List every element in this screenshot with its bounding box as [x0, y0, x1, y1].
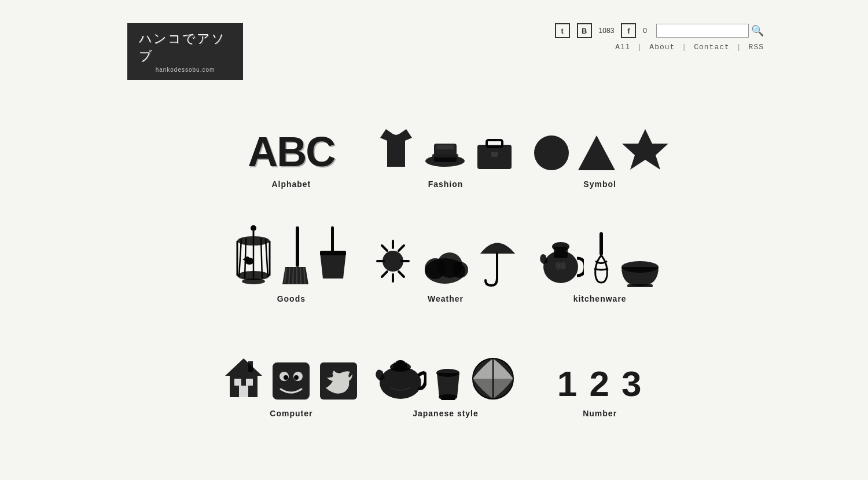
svg-point-25	[242, 279, 265, 284]
svg-line-31	[300, 267, 301, 284]
number-icons: 1 2 3	[557, 338, 643, 402]
svg-point-73	[436, 369, 459, 377]
triangle-icon	[577, 133, 616, 173]
umbrella-icon	[476, 229, 519, 287]
header-right: t B 1083 f 0 🔍 All | About | Contact | R…	[555, 23, 764, 52]
kettle-icon	[538, 232, 584, 287]
svg-rect-75	[441, 397, 455, 400]
kitchenware-label: kitchenware	[573, 294, 627, 303]
nav-bar: All | About | Contact | RSS	[615, 43, 764, 52]
number-icon: 1 2 3	[557, 366, 643, 402]
dustpan-icon	[317, 223, 349, 287]
svg-point-67	[294, 375, 299, 380]
nav-rss[interactable]: RSS	[749, 43, 764, 52]
facebook-icon[interactable]: f	[621, 23, 636, 38]
category-weather[interactable]: Weather	[369, 223, 523, 303]
svg-rect-60	[246, 379, 253, 386]
search-bar: 🔍	[656, 24, 764, 38]
broom-icon	[279, 223, 311, 287]
symbol-icons	[532, 109, 668, 173]
category-fashion[interactable]: Fashion	[369, 109, 523, 189]
svg-rect-26	[296, 226, 299, 267]
svg-line-29	[293, 267, 293, 284]
svg-rect-34	[320, 251, 346, 255]
logo-subtitle: hankodessobu.com	[156, 67, 215, 73]
weather-label: Weather	[428, 294, 464, 303]
svg-rect-57	[627, 284, 653, 287]
svg-rect-55	[599, 232, 603, 255]
computer-icons	[223, 338, 359, 402]
category-computer[interactable]: Computer	[214, 338, 369, 418]
svg-line-41	[399, 272, 404, 277]
alphabet-icons: ABC	[248, 109, 334, 173]
search-button[interactable]: 🔍	[751, 24, 764, 37]
birdcage-icon	[233, 223, 274, 287]
category-kitchenware[interactable]: kitchenware	[523, 223, 677, 303]
finder-icon	[270, 360, 312, 402]
twitter-icon[interactable]: t	[555, 23, 570, 38]
nav-about[interactable]: About	[649, 43, 675, 52]
svg-marker-9	[578, 135, 615, 170]
tshirt-icon	[374, 126, 418, 173]
circle-icon	[532, 133, 571, 173]
logo[interactable]: ハンコでアソブ hankodessobu.com	[127, 23, 243, 80]
search-input[interactable]	[656, 24, 749, 38]
category-alphabet[interactable]: ABC Alphabet	[214, 109, 369, 189]
category-number[interactable]: 1 2 3 Number	[523, 338, 677, 418]
fashion-icons	[374, 109, 516, 173]
svg-point-23	[245, 257, 249, 261]
svg-point-8	[534, 135, 569, 170]
symbol-label: Symbol	[583, 179, 616, 189]
svg-rect-7	[491, 152, 498, 157]
goods-label: Goods	[277, 294, 306, 303]
nav-contact[interactable]: Contact	[694, 43, 730, 52]
category-japanese[interactable]: Japanese style	[369, 338, 523, 418]
twitter-square-icon	[318, 360, 359, 402]
svg-rect-2	[436, 145, 454, 149]
hat-icon	[424, 132, 467, 173]
svg-marker-24	[242, 258, 245, 261]
svg-marker-10	[622, 129, 668, 170]
cup-icon	[432, 361, 464, 402]
facebook-count: 0	[643, 27, 647, 35]
fashion-label: Fashion	[428, 179, 464, 189]
number-label: Number	[583, 409, 617, 418]
star-icon	[622, 126, 668, 173]
hatena-icon[interactable]: B	[577, 23, 592, 38]
kitchenware-icons	[538, 223, 662, 287]
kyusu-icon	[374, 347, 426, 402]
svg-rect-3	[432, 154, 458, 157]
category-symbol[interactable]: Symbol	[523, 109, 677, 189]
logo-title: ハンコでアソブ	[139, 30, 231, 65]
svg-line-21	[266, 239, 268, 277]
svg-rect-63	[273, 362, 310, 400]
sun-icon	[372, 235, 415, 287]
svg-point-35	[382, 251, 403, 272]
cloud-icon	[421, 247, 470, 287]
svg-point-66	[284, 375, 288, 380]
svg-point-56	[621, 261, 659, 273]
main-grid: ABC Alphabet Fashion	[87, 91, 781, 453]
beachball-icon	[470, 356, 516, 402]
header: ハンコでアソブ hankodessobu.com t B 1083 f 0 🔍 …	[0, 0, 868, 91]
bowl-icon	[619, 252, 662, 287]
svg-rect-5	[487, 140, 502, 147]
svg-point-11	[251, 225, 256, 231]
weather-icons	[372, 223, 519, 287]
alphabet-icon: ABC	[248, 131, 334, 173]
japanese-icons	[374, 338, 516, 402]
briefcase-icon	[473, 132, 516, 173]
svg-rect-33	[331, 226, 334, 252]
house-icon	[223, 356, 264, 402]
svg-rect-61	[239, 386, 248, 397]
whisk-icon	[590, 229, 613, 287]
svg-point-47	[452, 262, 468, 278]
svg-rect-59	[234, 379, 241, 386]
goods-icons	[233, 223, 349, 287]
category-goods[interactable]: Goods	[214, 223, 369, 303]
nav-all[interactable]: All	[615, 43, 630, 52]
computer-label: Computer	[270, 409, 312, 418]
svg-point-72	[396, 360, 405, 365]
svg-line-17	[239, 239, 241, 277]
svg-point-54	[559, 262, 562, 269]
